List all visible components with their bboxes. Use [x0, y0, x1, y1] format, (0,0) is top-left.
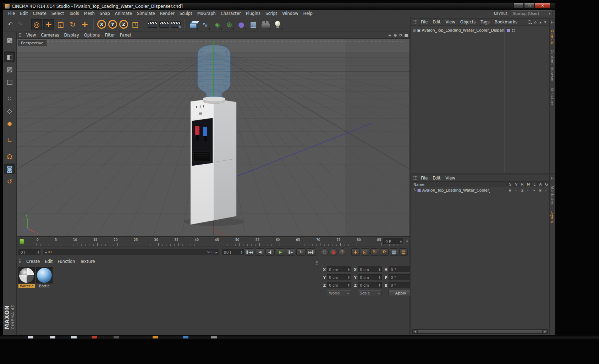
windows-taskbar[interactable]	[0, 336, 599, 339]
add-cube-button[interactable]	[187, 19, 199, 30]
end-frame-field[interactable]: 90 F ▲▼	[222, 249, 244, 255]
object-manager-menu-item[interactable]: View	[443, 19, 458, 25]
taskbar-item[interactable]	[183, 336, 188, 338]
keyframe-options-button[interactable]: ?	[339, 248, 346, 256]
viewport-menu-item[interactable]: Display	[61, 32, 81, 38]
material-preview-sphere[interactable]	[19, 268, 34, 283]
object-manager-menu-item[interactable]: Tags	[478, 19, 492, 25]
layer-color-chip[interactable]	[417, 189, 421, 192]
material-menu-item[interactable]: Function	[55, 259, 78, 264]
taskbar-item[interactable]	[114, 336, 119, 338]
maximize-button[interactable]: □	[524, 3, 534, 9]
options-icon[interactable]: ▾	[544, 20, 546, 24]
menubar-item[interactable]: Edit	[17, 11, 30, 16]
taskbar-item[interactable]	[211, 336, 217, 338]
play-backwards-button[interactable]: ◀	[255, 248, 264, 256]
layer-toggle-icon[interactable]: ▣	[537, 187, 543, 193]
zoom-view-icon[interactable]: ⊕	[394, 33, 397, 38]
size-field[interactable]: 0 cm ▲▼	[358, 266, 382, 272]
object-manager-menu-item[interactable]: File	[418, 19, 430, 25]
goto-start-button[interactable]: ▌◀◀	[245, 248, 254, 256]
tab-structure[interactable]: Structure	[550, 88, 554, 106]
rotate-tool[interactable]: ↻	[67, 19, 78, 30]
current-frame-field[interactable]: 0 F ▲▼	[18, 249, 40, 255]
search-icon[interactable]	[528, 20, 531, 24]
rotation-field[interactable]: 0 ° ▲▼	[389, 274, 413, 280]
material-item[interactable]: Bottle	[36, 267, 53, 288]
water-bottle-model[interactable]	[198, 45, 230, 97]
x-axis-lock-button[interactable]: X	[97, 20, 106, 29]
menubar-item[interactable]: File	[6, 11, 17, 16]
titlebar[interactable]: CINEMA 4D R14.014 Studio - [Avalon_Top_L…	[3, 3, 555, 10]
workplane-mode-button[interactable]: ▤	[4, 76, 15, 87]
preview-range-slider[interactable]: ◀ 0 F 90 F ▶	[43, 249, 219, 255]
undo-button[interactable]: ↶	[6, 19, 15, 30]
quantize-button[interactable]: ↺	[4, 176, 15, 187]
close-button[interactable]: ×	[535, 3, 550, 9]
layout-dropdown[interactable]: Startup (User) ▼	[511, 10, 553, 16]
viewport-camera-label[interactable]: Perspective	[18, 40, 46, 46]
viewport-menu-item[interactable]: Options	[82, 32, 102, 38]
position-field[interactable]: 0 cm ▲▼	[327, 282, 351, 288]
rotate-view-icon[interactable]: ↻	[399, 33, 402, 38]
object-row[interactable]: ⊞ ▣ Avalon_Top_Loading_Water_Cooler_Disp…	[411, 27, 549, 33]
material-menu-item[interactable]: Texture	[77, 259, 97, 264]
current-frame-marker[interactable]	[20, 239, 24, 244]
axis-lock-tool[interactable]: +	[79, 19, 90, 30]
menubar-item[interactable]: Snap	[97, 11, 112, 16]
next-frame-button[interactable]: ▌▶	[286, 248, 295, 256]
redo-button[interactable]: ↷	[16, 19, 25, 30]
menubar-item[interactable]: Help	[301, 11, 315, 16]
taskbar-item[interactable]	[28, 336, 33, 338]
record-scale-button[interactable]: ◱	[361, 248, 369, 256]
horizontal-scrollbar[interactable]: ◀ ▶	[412, 329, 548, 334]
taskbar-item[interactable]	[92, 336, 97, 338]
tab-attributes[interactable]: Attributes	[550, 186, 554, 205]
perspective-viewport[interactable]: Perspective	[16, 38, 410, 237]
material-label[interactable]: Water c	[18, 284, 35, 288]
toggle-views-icon[interactable]: ▦	[405, 33, 408, 38]
layer-name[interactable]: Avalon_Top_Loading_Water_Cooler_Dispense…	[422, 188, 490, 193]
add-deformer-button[interactable]: ●	[236, 19, 247, 30]
layer-toggle-icon[interactable]: ▫	[525, 187, 531, 193]
autokey-record-button[interactable]: ●	[330, 248, 337, 256]
layer-toggle-icon[interactable]: ●	[507, 187, 513, 193]
render-view-button[interactable]	[148, 21, 157, 28]
rotation-field[interactable]: 0 ° ▲▼	[389, 282, 413, 288]
layer-toggle-icon[interactable]: ◪	[519, 187, 525, 193]
menubar-item[interactable]: Animate	[112, 11, 134, 16]
material-menu-item[interactable]: Edit	[42, 259, 55, 264]
object-manager-menu-item[interactable]: Objects	[458, 19, 478, 25]
scrollbar-thumb[interactable]	[418, 330, 543, 333]
render-settings-button[interactable]	[171, 21, 181, 28]
range-end-handle[interactable]: 90 F ▶	[207, 250, 218, 254]
menubar-item[interactable]: Plugins	[243, 11, 263, 16]
taskbar-item[interactable]	[153, 336, 158, 338]
panel-grip[interactable]	[551, 21, 554, 24]
tab-objects[interactable]: Objects	[550, 29, 554, 44]
panel-grip[interactable]	[551, 177, 554, 180]
home-icon[interactable]: ⌂	[534, 20, 537, 24]
menubar-item[interactable]: Render	[158, 11, 177, 16]
render-region-button[interactable]	[159, 21, 169, 28]
transform-mode-dropdown[interactable]: Scale▼	[358, 290, 382, 296]
viewport-menu-item[interactable]: View	[24, 32, 38, 38]
layers-menu-item[interactable]: Edit	[430, 175, 443, 181]
layer-row[interactable]: └ Avalon_Top_Loading_Water_Cooler_Dispen…	[411, 187, 549, 193]
material-label[interactable]: Bottle	[36, 284, 53, 288]
record-parameter-button[interactable]: P	[380, 248, 389, 256]
tab-layers[interactable]: Layers	[550, 210, 554, 223]
loop-button[interactable]: ↻	[296, 248, 306, 256]
material-item[interactable]: Water c	[18, 267, 35, 288]
viewport-3d-scene[interactable]: Y X	[17, 39, 410, 236]
object-manager-menu-item[interactable]: Bookmarks	[492, 19, 520, 25]
coordinate-system-button[interactable]: ◳	[130, 19, 141, 30]
water-cooler-model[interactable]	[191, 96, 236, 225]
menubar-item[interactable]: Character	[218, 11, 243, 16]
texture-mode-button[interactable]: ▨	[4, 64, 15, 75]
up-icon[interactable]: ▴	[539, 20, 542, 24]
menubar-item[interactable]: Mesh	[82, 11, 97, 16]
layers-menu-item[interactable]: File	[418, 175, 430, 181]
y-axis-lock-button[interactable]: Y	[108, 20, 117, 29]
add-camera-button[interactable]	[260, 19, 271, 30]
